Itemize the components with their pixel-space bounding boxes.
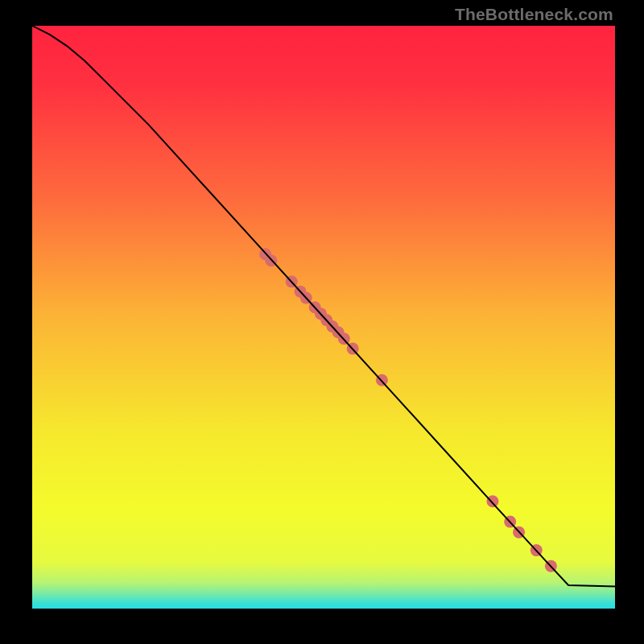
chart-overlay <box>32 26 615 609</box>
chart-root: { "attribution": "TheBottleneck.com", "c… <box>0 0 644 644</box>
attribution-text: TheBottleneck.com <box>455 5 613 24</box>
curve-line <box>32 26 615 586</box>
data-point <box>486 495 498 507</box>
plot-area <box>32 26 615 609</box>
